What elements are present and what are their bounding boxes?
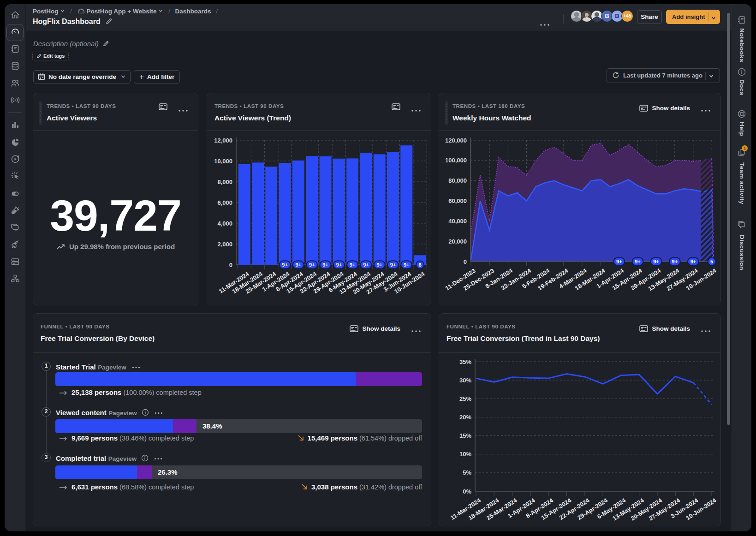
svg-text:9+: 9+ bbox=[404, 262, 410, 268]
svg-text:35%: 35% bbox=[459, 358, 471, 365]
svg-text:9+: 9+ bbox=[363, 262, 369, 268]
svg-text:25%: 25% bbox=[459, 395, 471, 402]
svg-text:10,000: 10,000 bbox=[214, 158, 232, 165]
svg-text:5%: 5% bbox=[463, 469, 471, 476]
svg-text:100,000: 100,000 bbox=[445, 157, 467, 164]
svg-text:9+: 9+ bbox=[635, 259, 641, 264]
svg-text:9+: 9+ bbox=[691, 259, 696, 264]
svg-text:20,000: 20,000 bbox=[448, 238, 467, 245]
svg-text:0%: 0% bbox=[463, 488, 471, 495]
svg-text:120,000: 120,000 bbox=[445, 137, 467, 144]
svg-text:5: 5 bbox=[710, 259, 713, 264]
svg-text:9+: 9+ bbox=[336, 262, 342, 268]
svg-text:0: 0 bbox=[464, 258, 467, 265]
svg-text:9+: 9+ bbox=[309, 262, 315, 268]
svg-text:60,000: 60,000 bbox=[448, 197, 467, 204]
svg-text:15%: 15% bbox=[459, 432, 471, 439]
svg-text:12,000: 12,000 bbox=[214, 137, 232, 144]
svg-text:9+: 9+ bbox=[376, 262, 382, 268]
svg-text:9+: 9+ bbox=[672, 259, 678, 264]
svg-text:9+: 9+ bbox=[322, 262, 328, 268]
svg-text:20%: 20% bbox=[459, 414, 471, 421]
svg-text:9+: 9+ bbox=[390, 262, 396, 268]
svg-text:6: 6 bbox=[419, 262, 422, 268]
svg-text:9+: 9+ bbox=[350, 262, 356, 268]
svg-text:6,000: 6,000 bbox=[217, 199, 232, 206]
svg-text:30%: 30% bbox=[459, 377, 471, 384]
svg-text:0: 0 bbox=[229, 262, 232, 268]
svg-text:4,000: 4,000 bbox=[217, 220, 232, 227]
svg-text:2,000: 2,000 bbox=[217, 241, 232, 248]
svg-text:9+: 9+ bbox=[616, 259, 622, 264]
svg-text:9+: 9+ bbox=[296, 262, 302, 268]
svg-text:80,000: 80,000 bbox=[448, 177, 467, 184]
svg-text:10%: 10% bbox=[459, 451, 471, 458]
svg-text:9+: 9+ bbox=[282, 262, 288, 268]
svg-text:8,000: 8,000 bbox=[217, 179, 232, 185]
svg-text:9+: 9+ bbox=[653, 259, 659, 264]
svg-text:40,000: 40,000 bbox=[448, 218, 467, 225]
